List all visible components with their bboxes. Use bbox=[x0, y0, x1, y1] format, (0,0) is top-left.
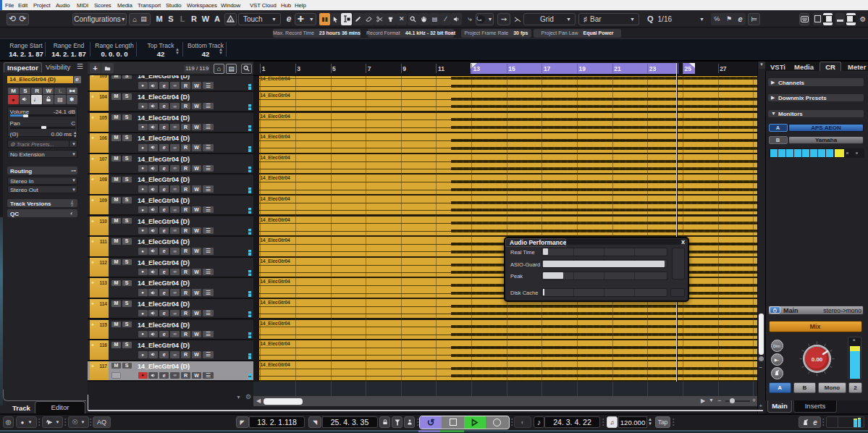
svg-text:0.00: 0.00 bbox=[812, 356, 823, 363]
